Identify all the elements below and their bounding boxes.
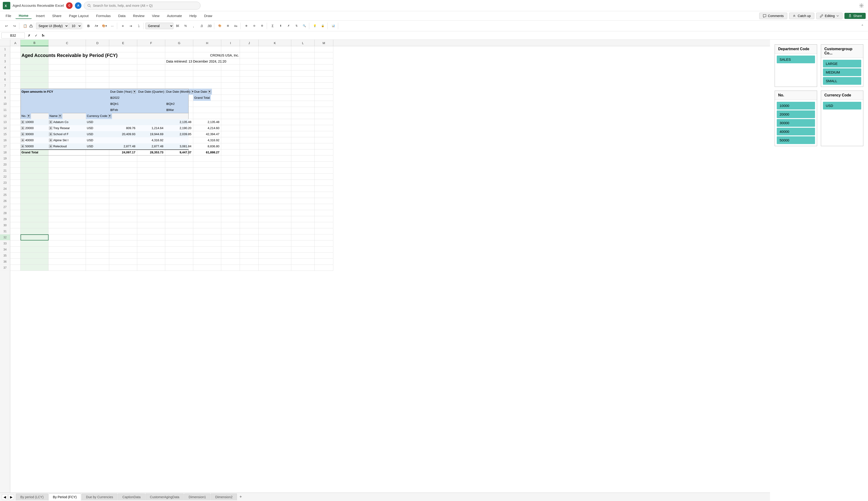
add-sheet-button[interactable]: + [237,494,244,500]
cell-A32[interactable] [10,234,21,241]
insert-chart-button[interactable]: 📊 [329,23,337,29]
cell-H27[interactable] [193,204,221,210]
cell-B23[interactable] [21,180,48,186]
col-header-j[interactable]: J [240,40,259,46]
cell-A23[interactable] [10,180,21,186]
cell-G14[interactable] [165,125,193,131]
row-num-23[interactable]: 23 [0,180,10,186]
cell-G24[interactable] [165,186,193,192]
cell-B36[interactable] [21,259,48,265]
cell-E31[interactable] [109,228,137,234]
col-header-b[interactable]: B [21,40,48,46]
cell-F25[interactable] [137,192,165,198]
cell-B29[interactable] [21,216,48,222]
cell-I13[interactable] [221,119,240,125]
menu-review[interactable]: Review [130,13,148,19]
comments-button[interactable]: Comments [759,13,787,19]
row-num-3[interactable]: 3 [0,58,10,64]
col-header-h[interactable]: H [193,40,221,46]
cell-K23[interactable] [259,180,291,186]
cell-F23[interactable] [137,180,165,186]
row-num-5[interactable]: 5 [0,71,10,77]
cell-I16[interactable] [221,137,240,143]
cell-D6[interactable] [86,77,109,83]
cell-C7[interactable] [48,83,86,89]
cell-E21[interactable] [109,168,137,174]
cell-J11[interactable] [240,107,259,113]
cell-I37[interactable] [221,265,240,271]
cell-C16[interactable] [48,137,86,143]
cell-L35[interactable] [291,253,315,259]
cell-B18[interactable] [21,149,48,156]
cell-B10[interactable] [21,101,48,107]
row-num-37[interactable]: 37 [0,265,10,271]
cell-D30[interactable] [86,222,109,228]
cell-L34[interactable] [291,246,315,253]
menu-home[interactable]: Home [15,13,32,19]
cell-E10[interactable] [109,101,137,107]
cell-C14[interactable] [48,125,86,131]
cell-F22[interactable] [137,174,165,180]
cell-I34[interactable] [221,246,240,253]
cell-H26[interactable] [193,198,221,204]
cell-G18[interactable] [165,149,193,156]
cell-L37[interactable] [291,265,315,271]
cell-L36[interactable] [291,259,315,265]
cell-E12[interactable] [109,113,137,119]
decrease-decimal-button[interactable]: .0 [198,23,205,29]
cell-D31[interactable] [86,228,109,234]
col-header-a[interactable]: A [10,40,21,46]
cell-B31[interactable] [21,228,48,234]
cell-D17[interactable] [86,143,109,149]
cell-H12[interactable] [193,113,221,119]
cell-A14[interactable] [10,125,21,131]
slicer-item-50000[interactable]: 50000 [777,136,815,144]
cell-J16[interactable] [240,137,259,143]
cell-H37[interactable] [193,265,221,271]
cell-H35[interactable] [193,253,221,259]
row-num-22[interactable]: 22 [0,174,10,180]
spreadsheet-grid[interactable]: Aged Accounts Receivable by Period (FCY)… [10,46,770,493]
cell-H7[interactable] [193,83,221,89]
cell-C21[interactable] [48,168,86,174]
slicer-item-30000[interactable]: 30000 [777,119,815,127]
menu-formulas[interactable]: Formulas [93,13,114,19]
ideas-button[interactable]: 💡 [311,23,318,29]
cell-L14[interactable] [291,125,315,131]
cell-J31[interactable] [240,228,259,234]
cell-H24[interactable] [193,186,221,192]
cell-J34[interactable] [240,246,259,253]
fill-color-button[interactable]: 🎨▾ [101,23,108,29]
cell-E4[interactable] [109,64,137,71]
row-num-11[interactable]: 11 [0,107,10,113]
cell-L13[interactable] [291,119,315,125]
cell-G1[interactable] [165,46,193,52]
cell-H4[interactable] [193,64,221,71]
cell-M33[interactable] [315,241,333,246]
cell-L18[interactable] [291,149,315,156]
cell-style-button[interactable]: Aa [232,23,239,29]
row-num-19[interactable]: 19 [0,156,10,162]
cell-C15[interactable] [48,131,86,137]
cell-M13[interactable] [315,119,333,125]
font-family-select[interactable]: Segoe UI (Body) [36,23,69,29]
cell-C2[interactable] [48,52,86,58]
cell-F11[interactable] [137,107,165,113]
col-header-c[interactable]: C [48,40,86,46]
cell-L21[interactable] [291,168,315,174]
cell-L1[interactable] [291,46,315,52]
cell-H22[interactable] [193,174,221,180]
cell-I4[interactable] [221,64,240,71]
col-header-f[interactable]: F [137,40,165,46]
cell-C30[interactable] [48,222,86,228]
cell-M30[interactable] [315,222,333,228]
cell-F18[interactable] [137,149,165,156]
cell-I36[interactable] [221,259,240,265]
menu-file[interactable]: File [2,13,14,19]
cell-J24[interactable] [240,186,259,192]
catch-up-button[interactable]: Catch up [789,13,814,19]
row-num-30[interactable]: 30 [0,222,10,228]
cell-M2[interactable] [315,52,333,58]
row-num-31[interactable]: 31 [0,228,10,234]
cell-L29[interactable] [291,216,315,222]
